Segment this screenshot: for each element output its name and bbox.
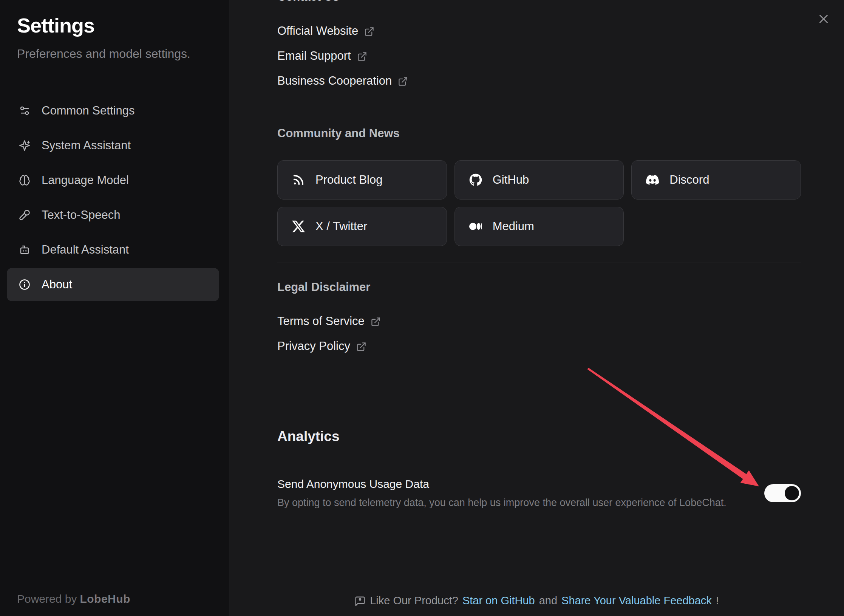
close-icon <box>816 12 831 26</box>
page-title: Settings <box>17 14 212 37</box>
sidebar-item-label: Default Assistant <box>42 243 129 257</box>
contact-section-title: Contact Us <box>277 0 801 4</box>
product-blog-button[interactable]: Product Blog <box>277 160 447 200</box>
privacy-policy-link[interactable]: Privacy Policy <box>277 339 366 353</box>
section-divider <box>277 464 801 464</box>
rss-icon <box>292 173 305 186</box>
sidebar-item-label: Text-to-Speech <box>42 208 121 222</box>
mic-icon <box>19 209 30 221</box>
email-support-link[interactable]: Email Support <box>277 49 367 63</box>
official-website-link[interactable]: Official Website <box>277 24 374 38</box>
external-link-icon <box>356 342 366 352</box>
sidebar-item-about[interactable]: About <box>7 268 219 301</box>
x-twitter-button[interactable]: X / Twitter <box>277 207 447 246</box>
community-section-title: Community and News <box>277 127 801 140</box>
external-link-icon <box>398 76 408 87</box>
usage-data-description: By opting to send telemetry data, you ca… <box>277 497 727 509</box>
external-link-icon <box>371 317 381 327</box>
feedback-bubble-icon <box>354 596 366 607</box>
button-label: Discord <box>669 173 709 187</box>
button-label: Product Blog <box>315 173 383 187</box>
community-buttons: Product Blog GitHub Discord X / Twitter … <box>277 160 801 246</box>
sidebar-item-default-assistant[interactable]: Default Assistant <box>7 233 219 266</box>
link-label: Business Cooperation <box>277 74 392 88</box>
powered-by: Powered byLobeHub <box>17 593 130 605</box>
link-label: Privacy Policy <box>277 339 350 353</box>
bot-icon <box>19 244 30 255</box>
usage-toggle[interactable] <box>764 484 801 502</box>
sidebar-item-text-to-speech[interactable]: Text-to-Speech <box>7 198 219 232</box>
link-label: Official Website <box>277 24 358 38</box>
section-divider <box>277 109 801 109</box>
button-label: Medium <box>493 220 534 233</box>
footer-text: and <box>539 594 557 607</box>
close-button[interactable] <box>816 11 831 26</box>
annotation-arrow <box>229 0 844 616</box>
sidebar-item-common-settings[interactable]: Common Settings <box>7 94 219 127</box>
business-cooperation-link[interactable]: Business Cooperation <box>277 74 408 88</box>
footer-text: Like Our Product? <box>370 594 458 607</box>
link-label: Email Support <box>277 49 351 63</box>
section-divider <box>277 263 801 263</box>
github-icon <box>469 173 482 186</box>
sliders-icon <box>19 105 30 116</box>
github-button[interactable]: GitHub <box>454 160 624 200</box>
info-icon <box>19 279 30 290</box>
sidebar-item-language-model[interactable]: Language Model <box>7 164 219 197</box>
contact-links: Official Website Email Support Business … <box>277 24 801 88</box>
about-panel: Contact Us Official Website Email Suppor… <box>229 0 844 616</box>
analytics-section-title: Analytics <box>277 429 801 445</box>
brain-icon <box>19 175 30 186</box>
sidebar-item-label: System Assistant <box>42 139 131 152</box>
sidebar-item-label: Language Model <box>42 173 129 187</box>
share-feedback-link[interactable]: Share Your Valuable Feedback <box>561 594 712 607</box>
medium-icon <box>469 220 482 233</box>
external-link-icon <box>357 51 367 62</box>
sidebar-header: Settings Preferences and model settings. <box>0 0 229 61</box>
legal-links: Terms of Service Privacy Policy <box>277 314 801 353</box>
discord-icon <box>646 173 659 186</box>
page-subtitle: Preferences and model settings. <box>17 47 212 61</box>
button-label: GitHub <box>493 173 529 187</box>
usage-data-label: Send Anonymous Usage Data <box>277 478 727 491</box>
discord-button[interactable]: Discord <box>631 160 801 200</box>
usage-data-setting: Send Anonymous Usage Data By opting to s… <box>277 478 801 509</box>
feedback-footer: Like Our Product? Star on GitHub and Sha… <box>229 594 844 607</box>
button-label: X / Twitter <box>315 220 367 233</box>
usage-toggle-knob <box>785 486 799 500</box>
medium-button[interactable]: Medium <box>454 207 624 246</box>
sidebar-item-system-assistant[interactable]: System Assistant <box>7 129 219 162</box>
sidebar-item-label: Common Settings <box>42 104 134 118</box>
external-link-icon <box>364 26 374 37</box>
star-on-github-link[interactable]: Star on GitHub <box>462 594 535 607</box>
powered-by-text: Powered by <box>17 593 77 605</box>
link-label: Terms of Service <box>277 314 365 328</box>
usage-data-text: Send Anonymous Usage Data By opting to s… <box>277 478 727 509</box>
footer-text: ! <box>716 594 719 607</box>
settings-sidebar: Settings Preferences and model settings.… <box>0 0 229 616</box>
sparkles-icon <box>19 140 30 151</box>
sidebar-item-label: About <box>42 278 72 291</box>
x-icon <box>292 220 305 233</box>
lobehub-brand: LobeHub <box>80 593 130 605</box>
settings-nav: Common Settings System Assistant Languag… <box>0 94 229 301</box>
legal-section-title: Legal Disclaimer <box>277 280 801 294</box>
terms-of-service-link[interactable]: Terms of Service <box>277 314 381 328</box>
